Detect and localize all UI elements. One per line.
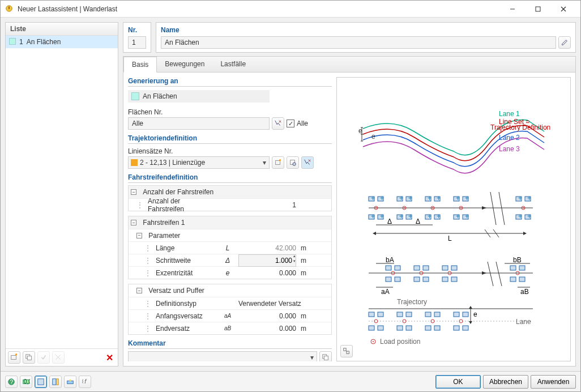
anfang-val[interactable]: 0.000 bbox=[236, 311, 298, 321]
exz-val[interactable]: 0.000 bbox=[236, 268, 298, 278]
svg-text:L: L bbox=[448, 235, 452, 242]
svg-rect-6 bbox=[11, 356, 16, 360]
svg-rect-117 bbox=[442, 277, 448, 282]
app-icon bbox=[5, 5, 14, 14]
edit-lineset-button[interactable] bbox=[287, 156, 299, 169]
tab-lastfaelle[interactable]: Lastfälle bbox=[212, 57, 254, 72]
svg-rect-149 bbox=[397, 326, 403, 330]
svg-rect-141 bbox=[454, 312, 459, 317]
svg-marker-32 bbox=[482, 206, 486, 210]
param-table-f1: − Fahrstreifen 1 − Parameter ⋮Länge L bbox=[128, 216, 332, 279]
svg-rect-142 bbox=[463, 312, 468, 317]
deftyp-val[interactable]: Verwendeter Versatz bbox=[236, 299, 315, 309]
copy-item-button[interactable] bbox=[23, 351, 35, 364]
tabs-area: Basis Bewegungen Lastfälle Generierung a… bbox=[123, 56, 576, 367]
svg-rect-135 bbox=[369, 312, 374, 317]
svg-text:Δ: Δ bbox=[416, 218, 420, 225]
cancel-button[interactable]: Abbrechen bbox=[483, 375, 528, 389]
apply-button[interactable]: Anwenden bbox=[531, 375, 576, 389]
footer-info-button[interactable]: ? bbox=[5, 376, 18, 388]
minimize-button[interactable] bbox=[499, 1, 525, 17]
svg-text:+: + bbox=[380, 212, 384, 220]
kommentar-combo[interactable]: ▾ bbox=[128, 351, 317, 361]
new-lineset-button[interactable] bbox=[272, 156, 284, 169]
svg-rect-107 bbox=[510, 266, 516, 270]
svg-marker-96 bbox=[482, 271, 486, 275]
laenge-val: 42.000 bbox=[236, 243, 298, 253]
schritt-label: Schrittweite bbox=[156, 257, 191, 265]
tab-basis[interactable]: Basis bbox=[123, 57, 157, 73]
spin-buttons[interactable]: ▴▾ bbox=[291, 254, 298, 264]
svg-text:+: + bbox=[518, 212, 522, 220]
svg-marker-91 bbox=[523, 232, 527, 235]
pick-flaechen-button[interactable] bbox=[272, 117, 284, 130]
svg-text:+: + bbox=[428, 194, 432, 202]
liniensaetze-combo[interactable]: 2 - 12,13 | Linienzüge ▾ bbox=[128, 156, 270, 169]
svg-rect-137 bbox=[397, 312, 403, 317]
footer-units-button[interactable]: 0,00 bbox=[20, 376, 32, 388]
end-val[interactable]: 0.000 bbox=[236, 323, 298, 334]
name-input[interactable]: An Flächen bbox=[161, 36, 556, 49]
list-item-num: 1 bbox=[19, 38, 23, 46]
footer-render-button[interactable] bbox=[64, 376, 76, 388]
maximize-button[interactable] bbox=[525, 1, 550, 17]
svg-rect-118 bbox=[451, 277, 457, 282]
trajektorie-title: Trajektoriendefinition bbox=[128, 134, 332, 144]
svg-rect-108 bbox=[519, 266, 525, 270]
schritt-input[interactable] bbox=[238, 254, 296, 267]
svg-point-62 bbox=[523, 207, 524, 208]
diagram-panel: Lane 1 Line Set = Trajectory Definition … bbox=[336, 77, 571, 361]
ok-button[interactable]: OK bbox=[435, 375, 481, 389]
collapse-icon[interactable]: − bbox=[136, 233, 142, 238]
svg-point-60 bbox=[432, 207, 433, 208]
svg-text:Lane 1: Lane 1 bbox=[499, 110, 520, 118]
end-sym: aB bbox=[219, 324, 236, 333]
close-button[interactable] bbox=[550, 1, 576, 17]
delete-button[interactable]: ✕ bbox=[103, 351, 116, 364]
diagram-zoom-button[interactable] bbox=[340, 345, 353, 357]
schritt-sym: Δ bbox=[219, 255, 236, 266]
svg-text:Trajectory Definition: Trajectory Definition bbox=[490, 123, 550, 131]
chevron-down-icon[interactable]: ▾ bbox=[307, 353, 317, 361]
pick-lineset-button[interactable] bbox=[301, 156, 314, 169]
kommentar-lib-button[interactable] bbox=[319, 351, 332, 361]
svg-text:+: + bbox=[437, 212, 441, 220]
new-item-button[interactable] bbox=[8, 351, 20, 364]
svg-rect-114 bbox=[395, 277, 400, 282]
alle-checkbox[interactable] bbox=[287, 120, 294, 127]
anzahl-value[interactable]: 1 bbox=[236, 200, 298, 210]
collapse-icon[interactable]: − bbox=[131, 220, 136, 225]
list-item[interactable]: 1 An Flächen bbox=[6, 36, 118, 48]
param-table-anzahl: − Anzahl der Fahrstreifen ⋮Anzahl der Fa… bbox=[128, 185, 332, 211]
chevron-down-icon[interactable]: ▾ bbox=[260, 159, 269, 167]
exz-sym: e bbox=[219, 268, 236, 278]
svg-rect-101 bbox=[386, 266, 391, 270]
exz-label: Exzentrizität bbox=[156, 269, 193, 277]
collapse-icon[interactable]: − bbox=[131, 189, 136, 195]
footer-script-button[interactable]: f bbox=[79, 376, 91, 388]
exz-unit: m bbox=[298, 268, 310, 278]
tab-bewegungen[interactable]: Bewegungen bbox=[157, 57, 212, 72]
svg-text:0,00: 0,00 bbox=[24, 378, 30, 385]
svg-rect-165 bbox=[38, 378, 44, 385]
svg-rect-104 bbox=[423, 266, 429, 270]
footer: ? 0,00 f OK Abbrechen Anwenden bbox=[1, 371, 580, 391]
svg-line-160 bbox=[346, 351, 347, 352]
nr-value[interactable]: 1 bbox=[128, 36, 146, 49]
svg-marker-132 bbox=[469, 321, 472, 324]
fahrstreifen-title: Fahrstreifendefinition bbox=[128, 173, 332, 183]
footer-view1-button[interactable] bbox=[35, 376, 47, 388]
diagram-svg: Lane 1 Line Set = Trajectory Definition … bbox=[346, 89, 561, 350]
edit-name-button[interactable] bbox=[558, 36, 571, 49]
svg-text:Load position: Load position bbox=[380, 338, 420, 346]
laenge-unit: m bbox=[298, 243, 310, 253]
name-box: Name An Flächen bbox=[156, 22, 576, 53]
svg-text:+: + bbox=[408, 194, 412, 202]
collapse-icon[interactable]: − bbox=[136, 288, 142, 293]
flaechen-label: Flächen Nr. bbox=[128, 108, 332, 116]
footer-view2-button[interactable] bbox=[49, 376, 62, 388]
flaechen-input[interactable]: Alle bbox=[128, 117, 270, 130]
svg-marker-90 bbox=[373, 232, 376, 235]
liniensaetze-label: Liniensätze Nr. bbox=[128, 147, 332, 155]
svg-text:f: f bbox=[84, 378, 87, 385]
